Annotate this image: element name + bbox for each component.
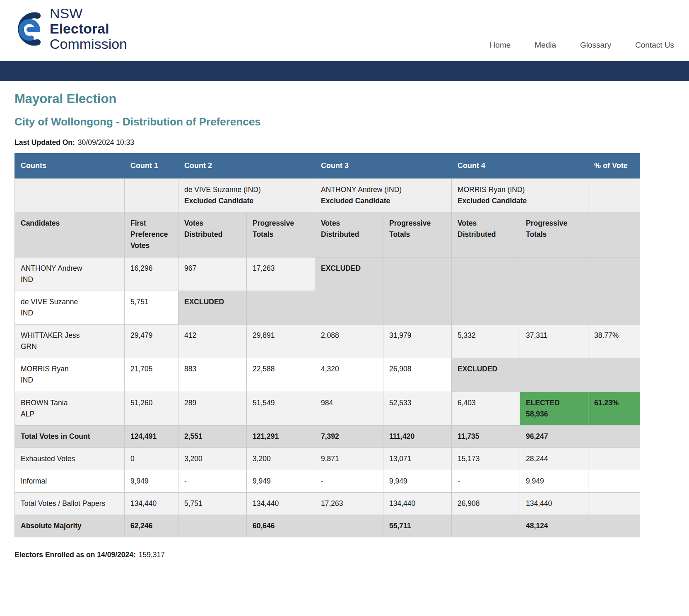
value-cell: EXCLUDED (315, 257, 383, 291)
distribution-of-preferences-table: Counts Count 1 Count 2 Count 3 Count 4 %… (14, 153, 640, 537)
value-cell: 134,440 (125, 493, 178, 515)
value-cell: 51,549 (247, 392, 315, 425)
candidate-party: IND (21, 375, 118, 386)
value-cell: 0 (125, 448, 178, 470)
value-cell: 984 (315, 392, 383, 425)
value-cell (588, 470, 640, 493)
empty-cell (15, 178, 125, 212)
value-cell (588, 448, 640, 470)
excluded-candidate-name: de VIVE Suzanne (IND) (184, 184, 309, 195)
value-cell: 5,751 (125, 291, 178, 324)
summary-label-cell: Total Votes in Count (15, 425, 125, 448)
value-cell: 96,247 (520, 425, 588, 448)
excluded-candidate-count3: ANTHONY Andrew (IND) Excluded Candidate (315, 178, 452, 212)
value-cell: 22,588 (247, 358, 315, 392)
summary-row: Informal9,949-9,949-9,949-9,949 (15, 470, 640, 493)
col-header-counts: Counts (15, 154, 125, 179)
candidate-name-cell: WHITTAKER JessGRN (15, 325, 125, 358)
nav-item-media[interactable]: Media (535, 41, 556, 50)
electors-enrolled: Electors Enrolled as on 14/09/2024:159,3… (14, 551, 675, 559)
candidate-name-cell: de VIVE SuzanneIND (15, 291, 125, 324)
value-cell: 15,173 (452, 448, 520, 470)
subheader-votes-distributed: Votes Distributed (178, 212, 247, 257)
value-cell: 412 (178, 325, 247, 358)
subheader-candidates: Candidates (15, 212, 125, 257)
candidate-name: WHITTAKER Jess (21, 330, 118, 341)
value-cell (588, 493, 640, 515)
value-cell (520, 257, 588, 291)
candidate-party: IND (21, 274, 118, 285)
value-cell: 51,260 (125, 392, 178, 425)
table-body: ANTHONY AndrewIND16,29696717,263EXCLUDED… (15, 257, 640, 537)
value-cell: 9,949 (520, 470, 588, 493)
empty-cell (588, 178, 640, 212)
value-cell (383, 257, 452, 291)
col-header-count4: Count 4 (452, 154, 588, 179)
value-cell: 17,263 (315, 493, 383, 515)
value-cell: 121,291 (247, 425, 315, 448)
value-cell (452, 291, 520, 324)
candidate-party: GRN (21, 341, 118, 352)
summary-row: Exhausted Votes03,2003,2009,87113,07115,… (15, 448, 640, 470)
value-cell: 3,200 (178, 448, 247, 470)
nav-item-glossary[interactable]: Glossary (580, 41, 611, 50)
value-cell (588, 257, 640, 291)
summary-row: Total Votes / Ballot Papers134,4405,7511… (15, 493, 640, 515)
main-nav: Home Media Glossary Contact Us (490, 41, 674, 50)
value-cell: - (178, 470, 247, 493)
candidate-party: ALP (21, 409, 118, 420)
value-cell: 13,071 (383, 448, 452, 470)
excluded-candidate-name: ANTHONY Andrew (IND) (321, 184, 446, 195)
value-cell: 11,735 (452, 425, 520, 448)
value-cell: 111,420 (383, 425, 452, 448)
candidate-row: MORRIS RyanIND21,70588322,5884,32026,908… (15, 358, 640, 392)
value-cell: 124,491 (125, 425, 178, 448)
subheader-progressive-totals: Progressive Totals (520, 212, 588, 257)
excluded-candidate-label: Excluded Candidate (184, 195, 309, 207)
candidate-row: ANTHONY AndrewIND16,29696717,263EXCLUDED (15, 257, 640, 291)
summary-label-cell: Absolute Majority (15, 515, 125, 537)
nav-item-home[interactable]: Home (490, 41, 511, 50)
value-cell: 883 (178, 358, 247, 392)
candidate-row: WHITTAKER JessGRN29,47941229,8912,08831,… (15, 325, 640, 358)
candidate-name: de VIVE Suzanne (21, 296, 118, 308)
value-cell (452, 257, 520, 291)
electors-enrolled-label: Electors Enrolled as on 14/09/2024: (14, 551, 136, 559)
summary-row: Absolute Majority62,24660,64655,71148,12… (15, 515, 640, 537)
nsw-ec-logo-text: NSW Electoral Commission (50, 6, 127, 52)
value-cell (178, 515, 247, 537)
value-cell (452, 515, 520, 537)
value-cell: 62,246 (125, 515, 178, 537)
value-cell: 61.23% (588, 392, 640, 425)
col-header-count3: Count 3 (315, 154, 452, 179)
electors-enrolled-value: 159,317 (139, 551, 165, 559)
subheader-progressive-totals: Progressive Totals (247, 212, 315, 257)
value-cell (588, 291, 640, 324)
logo-line-nsw: NSW (50, 5, 82, 21)
candidate-party: IND (21, 308, 118, 319)
value-cell: 9,949 (125, 470, 178, 493)
value-cell: 2,551 (178, 425, 247, 448)
value-cell: 134,440 (520, 493, 588, 515)
site-header: NSW Electoral Commission Home Media Glos… (0, 0, 689, 61)
candidate-name: ANTHONY Andrew (21, 263, 118, 274)
table-subheader-row: Candidates First Preference Votes Votes … (15, 212, 640, 257)
value-cell: 4,320 (315, 358, 383, 392)
value-cell: EXCLUDED (178, 291, 247, 324)
col-header-pct-of-vote: % of Vote (588, 154, 640, 179)
subheader-first-preference-votes: First Preference Votes (125, 212, 178, 257)
page-subtitle: City of Wollongong - Distribution of Pre… (14, 116, 675, 128)
last-updated-value: 30/09/2024 10:33 (78, 138, 134, 147)
nsw-ec-logo[interactable]: NSW Electoral Commission (14, 6, 127, 52)
table-header-row: Counts Count 1 Count 2 Count 3 Count 4 %… (15, 154, 640, 179)
value-cell: ELECTED58,936 (520, 392, 588, 425)
candidate-row: de VIVE SuzanneIND5,751EXCLUDED (15, 291, 640, 324)
nsw-ec-logo-icon (14, 8, 44, 50)
excluded-candidate-name: MORRIS Ryan (IND) (458, 184, 582, 195)
value-cell: EXCLUDED (452, 358, 520, 392)
summary-row: Total Votes in Count124,4912,551121,2917… (15, 425, 640, 448)
value-cell: 289 (178, 392, 247, 425)
value-cell: 9,949 (247, 470, 315, 493)
nav-item-contact-us[interactable]: Contact Us (635, 41, 674, 50)
empty-cell (588, 212, 640, 257)
